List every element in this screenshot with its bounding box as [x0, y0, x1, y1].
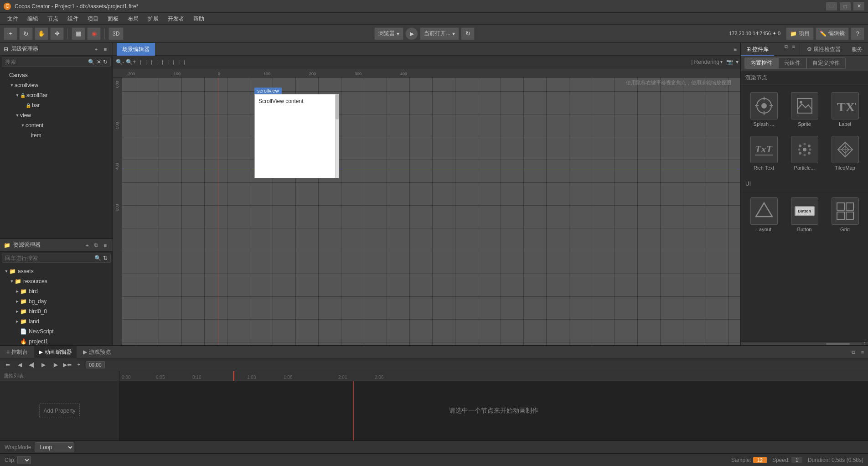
search-icon[interactable]: 🔍: [88, 59, 95, 65]
comp-item-layout[interactable]: Layout: [745, 195, 782, 235]
tree-item-newscript[interactable]: 📄 NewScript: [0, 326, 113, 337]
menu-edit[interactable]: 编辑: [23, 13, 43, 25]
menu-node[interactable]: 节点: [43, 13, 63, 25]
comp-item-splash[interactable]: Splash ...: [745, 89, 782, 129]
asset-add-icon[interactable]: +: [83, 242, 91, 249]
toolbar-chart-button[interactable]: ▦: [72, 27, 85, 40]
anim-last-btn[interactable]: |▶: [50, 360, 60, 370]
anim-play-btn[interactable]: ▶: [38, 360, 48, 370]
anim-first-btn[interactable]: ◀|: [26, 360, 36, 370]
toolbar-add-button[interactable]: +: [4, 27, 17, 40]
toolbar-3d-button[interactable]: 3D: [108, 27, 124, 40]
close-button[interactable]: ✕: [853, 2, 864, 10]
tree-item-project1[interactable]: 🔥 project1: [0, 337, 113, 345]
toolbar-refresh-button[interactable]: ↻: [19, 27, 33, 40]
speed-input[interactable]: [791, 457, 802, 463]
tab-inspector[interactable]: ⚙ 属性检查器: [801, 43, 846, 56]
anim-next-btn[interactable]: ▶⬅: [62, 360, 72, 370]
maximize-button[interactable]: □: [840, 2, 851, 10]
bottom-menu-icon[interactable]: ≡: [859, 348, 866, 356]
menu-extend[interactable]: 扩展: [143, 13, 163, 25]
tree-item-resources[interactable]: ▼ 📁 resources: [0, 276, 113, 286]
comp-item-richtext[interactable]: TxT Rich Text: [745, 133, 782, 173]
tab-console[interactable]: ≡ 控制台: [2, 346, 32, 358]
menu-developer[interactable]: 开发者: [163, 13, 189, 25]
tree-item-content[interactable]: ▼ content: [0, 120, 113, 130]
comp-item-tiledmap[interactable]: TiledMap: [827, 133, 863, 173]
play-button[interactable]: ▶: [405, 27, 418, 40]
comp-item-label[interactable]: TXT Label: [827, 89, 863, 129]
comp-item-particle[interactable]: Particle...: [786, 133, 823, 173]
scene-settings-icon[interactable]: ▾: [736, 59, 739, 65]
toolbar-record-button[interactable]: ◉: [87, 27, 101, 40]
panel-copy-icon[interactable]: ⧉: [783, 43, 790, 50]
anim-add-btn[interactable]: +: [74, 360, 84, 370]
tree-label-canvas: Canvas: [9, 72, 28, 78]
hierarchy-add-icon[interactable]: +: [93, 46, 100, 53]
browser-dropdown[interactable]: 浏览器 ▾: [374, 27, 403, 40]
menu-layout[interactable]: 布局: [123, 13, 143, 25]
anim-prev-btn[interactable]: ◀: [15, 360, 25, 370]
toolbar-move-button[interactable]: ✥: [50, 27, 64, 40]
tree-item-scrollbar[interactable]: ▼ 🔒 scrollBar: [0, 90, 113, 100]
toolbar-hand-button[interactable]: ✋: [35, 27, 48, 40]
toolbar-reload-button[interactable]: ↻: [461, 27, 475, 40]
time-mark-108: 1:08: [284, 375, 292, 380]
tree-item-canvas[interactable]: Canvas: [0, 70, 113, 80]
camera-icon[interactable]: 📷: [726, 59, 733, 65]
asset-search-icon[interactable]: 🔍: [94, 255, 101, 261]
refresh-icon[interactable]: ↻: [103, 59, 108, 65]
tree-label-assets: assets: [18, 268, 34, 274]
scene-menu-icon[interactable]: ≡: [734, 46, 737, 52]
menu-file[interactable]: 文件: [3, 13, 23, 25]
scene-zoom-in[interactable]: 🔍+: [126, 57, 136, 67]
help-button[interactable]: ?: [851, 27, 864, 40]
menu-panel[interactable]: 面板: [103, 13, 123, 25]
asset-copy-icon[interactable]: ⧉: [93, 242, 100, 249]
menu-project[interactable]: 项目: [83, 13, 103, 25]
anim-create-btn[interactable]: ⬅: [3, 360, 13, 370]
tree-item-land[interactable]: ► 📁 land: [0, 316, 113, 326]
asset-menu-icon[interactable]: ≡: [102, 242, 109, 249]
tree-item-bar[interactable]: 🔒 bar: [0, 100, 113, 110]
minimize-button[interactable]: —: [826, 2, 837, 10]
hierarchy-search-bar[interactable]: 🔍 ✕ ↻: [2, 57, 111, 67]
comp-tab-custom[interactable]: 自定义控件: [806, 57, 846, 69]
comp-item-sprite[interactable]: Sprite: [786, 89, 823, 129]
filter-icon[interactable]: ✕: [97, 59, 101, 65]
tab-service[interactable]: 服务: [846, 43, 868, 56]
bottom-copy-icon[interactable]: ⧉: [850, 348, 857, 356]
project-button[interactable]: 📁 项目: [786, 27, 814, 40]
asset-sort-icon[interactable]: ⇅: [103, 255, 108, 261]
scene-editor-tab[interactable]: 场景编辑器: [117, 43, 155, 56]
asset-search-input[interactable]: [5, 255, 94, 261]
panel-menu-icon[interactable]: ≡: [790, 43, 797, 50]
sample-input[interactable]: [753, 457, 767, 463]
scene-zoom-out[interactable]: 🔍-: [115, 57, 125, 67]
menu-component[interactable]: 组件: [63, 13, 83, 25]
add-property-button[interactable]: Add Property: [39, 404, 79, 418]
wrapmode-select[interactable]: Loop Normal PingPong Reverse: [35, 442, 74, 452]
asset-search-bar[interactable]: 🔍 ⇅: [2, 254, 111, 263]
scrollview-scrollbar[interactable]: [335, 94, 339, 178]
hierarchy-search-input[interactable]: [5, 59, 88, 65]
tree-item-bird[interactable]: ► 📁 bird: [0, 286, 113, 296]
tree-item-bird00[interactable]: ► 📁 bird0_0: [0, 306, 113, 316]
tree-item-view[interactable]: ▼ view: [0, 110, 113, 120]
comp-item-button[interactable]: Button Button: [786, 195, 823, 235]
comp-tab-cloud[interactable]: 云组件: [778, 57, 806, 69]
tree-item-assets[interactable]: ▼ 📁 assets: [0, 266, 113, 276]
tree-item-item[interactable]: item: [0, 130, 113, 140]
editor-button[interactable]: ✏️ 编辑镜: [816, 27, 849, 40]
comp-item-grid[interactable]: Grid: [827, 195, 863, 235]
clip-select[interactable]: [17, 456, 31, 464]
current-dropdown[interactable]: 当前打开... ▾: [420, 27, 459, 40]
tab-animation[interactable]: ▶ 动画编辑器: [34, 346, 77, 358]
comp-tab-builtin[interactable]: 内置控件: [744, 57, 778, 69]
tab-game-preview[interactable]: ▶ 游戏预览: [78, 346, 115, 358]
tab-control-library[interactable]: ⊞ 控件库: [741, 43, 774, 56]
hierarchy-menu-icon[interactable]: ≡: [102, 46, 109, 53]
menu-help[interactable]: 帮助: [189, 13, 209, 25]
tree-item-bgday[interactable]: ► 📁 bg_day: [0, 296, 113, 306]
tree-item-scrollview[interactable]: ▼ scrollview: [0, 80, 113, 90]
